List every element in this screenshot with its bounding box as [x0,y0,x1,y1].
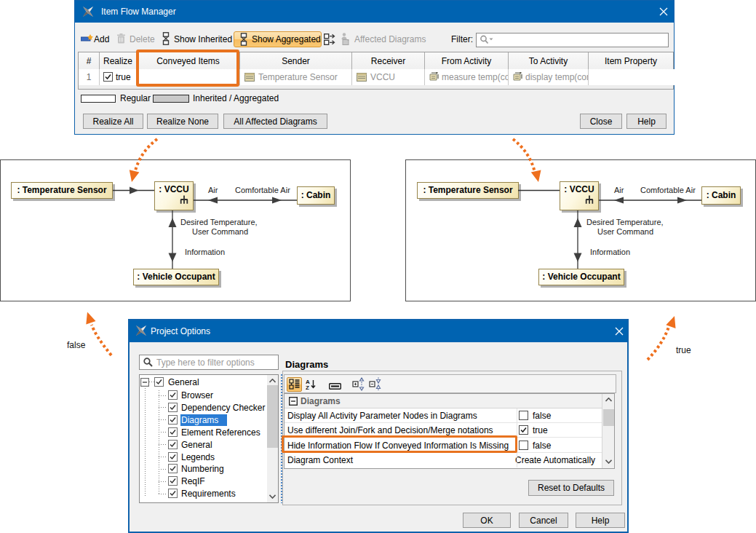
svg-text:Z: Z [306,384,309,390]
